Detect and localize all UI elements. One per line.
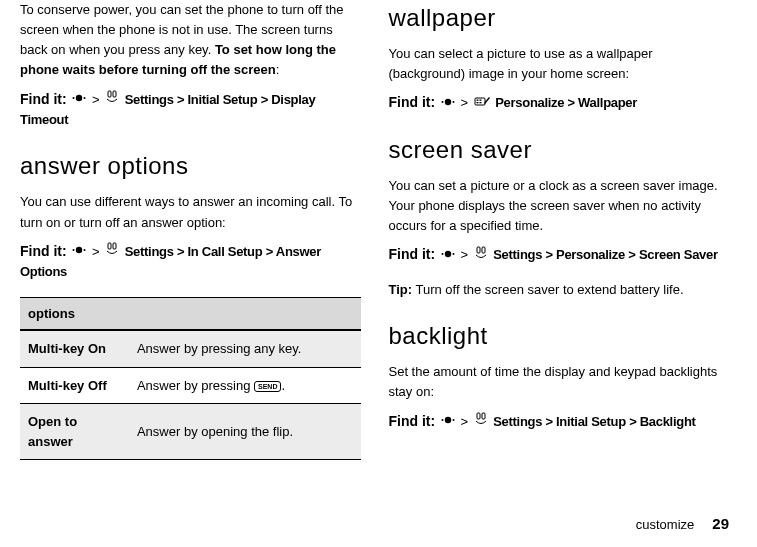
heading-backlight: backlight bbox=[389, 318, 730, 354]
svg-point-5 bbox=[76, 247, 82, 253]
page-footer: customize 29 bbox=[636, 513, 729, 536]
svg-point-11 bbox=[441, 101, 443, 103]
sep: > bbox=[460, 247, 471, 262]
sep: > bbox=[460, 414, 471, 429]
svg-point-24 bbox=[441, 419, 443, 421]
intro-colon: : bbox=[276, 62, 280, 77]
settings-icon bbox=[474, 412, 488, 432]
heading-wallpaper: wallpaper bbox=[389, 0, 730, 36]
tip-label: Tip: bbox=[389, 282, 413, 297]
page-number: 29 bbox=[712, 513, 729, 536]
settings-icon bbox=[474, 246, 488, 266]
findit-display-timeout: Find it: > Settings > Initial Setup > Di… bbox=[20, 89, 361, 131]
findit-label: Find it: bbox=[389, 246, 436, 262]
option-name: Multi-key Off bbox=[20, 367, 129, 404]
sep: > bbox=[92, 92, 103, 107]
answer-options-text: You can use different ways to answer an … bbox=[20, 192, 361, 232]
desc-pre: Answer by pressing bbox=[137, 378, 254, 393]
findit-answer-options: Find it: > Settings > In Call Setup > An… bbox=[20, 241, 361, 283]
svg-point-2 bbox=[84, 97, 86, 99]
send-key-icon: SEND bbox=[254, 381, 281, 392]
svg-point-18 bbox=[445, 251, 451, 257]
svg-rect-21 bbox=[477, 247, 480, 253]
tip-line: Tip: Turn off the screen saver to extend… bbox=[389, 280, 730, 300]
option-desc: Answer by opening the flip. bbox=[129, 404, 361, 460]
svg-rect-8 bbox=[108, 243, 111, 249]
option-name: Multi-key On bbox=[20, 330, 129, 367]
desc-post: . bbox=[281, 378, 285, 393]
findit-label: Find it: bbox=[389, 413, 436, 429]
findit-label: Find it: bbox=[389, 94, 436, 110]
options-table: options Multi-key On Answer by pressing … bbox=[20, 297, 361, 461]
findit-path: Settings > Personalize > Screen Saver bbox=[493, 247, 717, 262]
svg-rect-15 bbox=[479, 99, 481, 100]
svg-rect-16 bbox=[476, 102, 478, 103]
findit-screen-saver: Find it: > Settings > Personalize > Scre… bbox=[389, 244, 730, 266]
findit-backlight: Find it: > Settings > Initial Setup > Ba… bbox=[389, 411, 730, 433]
svg-point-23 bbox=[445, 417, 451, 423]
left-column: To conserve power, you can set the phone… bbox=[20, 0, 361, 460]
findit-label: Find it: bbox=[20, 91, 67, 107]
display-timeout-intro: To conserve power, you can set the phone… bbox=[20, 0, 361, 81]
svg-rect-14 bbox=[476, 99, 478, 100]
svg-point-1 bbox=[73, 97, 75, 99]
svg-point-19 bbox=[441, 253, 443, 255]
option-desc: Answer by pressing any key. bbox=[129, 330, 361, 367]
svg-point-10 bbox=[445, 99, 451, 105]
option-name: Open to answer bbox=[20, 404, 129, 460]
settings-icon bbox=[105, 242, 119, 262]
sep: > bbox=[92, 244, 103, 259]
nav-key-icon bbox=[441, 412, 455, 432]
nav-key-icon bbox=[72, 90, 86, 110]
heading-screen-saver: screen saver bbox=[389, 132, 730, 168]
backlight-text: Set the amount of time the display and k… bbox=[389, 362, 730, 402]
svg-rect-3 bbox=[108, 91, 111, 97]
table-row: Open to answer Answer by opening the fli… bbox=[20, 404, 361, 460]
findit-path: Settings > Initial Setup > Backlight bbox=[493, 414, 695, 429]
svg-point-0 bbox=[76, 95, 82, 101]
findit-label: Find it: bbox=[20, 243, 67, 259]
svg-rect-17 bbox=[479, 102, 481, 103]
svg-point-6 bbox=[73, 249, 75, 251]
right-column: wallpaper You can select a picture to us… bbox=[389, 0, 730, 460]
svg-rect-26 bbox=[477, 413, 480, 419]
svg-rect-22 bbox=[482, 247, 485, 253]
sep: > bbox=[460, 95, 471, 110]
svg-rect-13 bbox=[475, 98, 485, 105]
option-desc: Answer by pressing SEND. bbox=[129, 367, 361, 404]
svg-rect-4 bbox=[113, 91, 116, 97]
wallpaper-text: You can select a picture to use as a wal… bbox=[389, 44, 730, 84]
svg-rect-27 bbox=[482, 413, 485, 419]
tip-text: Turn off the screen saver to extend batt… bbox=[412, 282, 683, 297]
findit-wallpaper: Find it: > Personalize > Wallpaper bbox=[389, 92, 730, 114]
section-name: customize bbox=[636, 515, 695, 535]
svg-point-20 bbox=[452, 253, 454, 255]
table-row: Multi-key Off Answer by pressing SEND. bbox=[20, 367, 361, 404]
nav-key-icon bbox=[72, 242, 86, 262]
personalize-icon bbox=[474, 94, 490, 114]
svg-rect-9 bbox=[113, 243, 116, 249]
heading-answer-options: answer options bbox=[20, 148, 361, 184]
table-header: options bbox=[20, 297, 361, 330]
svg-point-12 bbox=[452, 101, 454, 103]
svg-point-7 bbox=[84, 249, 86, 251]
screen-saver-text: You can set a picture or a clock as a sc… bbox=[389, 176, 730, 236]
svg-point-25 bbox=[452, 419, 454, 421]
findit-path: Personalize > Wallpaper bbox=[495, 95, 637, 110]
nav-key-icon bbox=[441, 246, 455, 266]
nav-key-icon bbox=[441, 94, 455, 114]
settings-icon bbox=[105, 90, 119, 110]
table-row: Multi-key On Answer by pressing any key. bbox=[20, 330, 361, 367]
